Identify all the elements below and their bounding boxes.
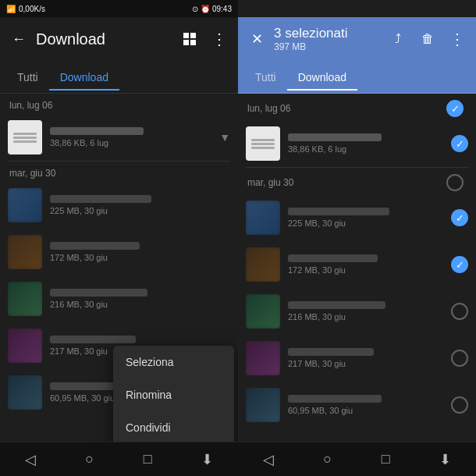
left-panel: 📶 0,00K/s ⊙ ⏰ 09:43 ← Download ⋮ Tutti D… bbox=[0, 0, 238, 476]
right-panel: 📶 0,00K/s ⊙ ⏰ 09:43 ✕ 3 selezionati 397 … bbox=[238, 0, 476, 476]
file-item-video3[interactable]: 216 MB, 30 giu bbox=[0, 275, 238, 322]
file-info-video1: 225 MB, 30 giu bbox=[50, 195, 230, 215]
file-name-v4-right bbox=[288, 348, 374, 356]
section-date-lun: lun, lug 06 bbox=[247, 103, 290, 114]
file-check-v4[interactable] bbox=[451, 350, 468, 367]
file-check-v3[interactable] bbox=[451, 303, 468, 320]
more-button-right[interactable]: ⋮ bbox=[445, 27, 470, 52]
file-check-v5[interactable] bbox=[451, 396, 468, 414]
section-header-mar-right: mar, giu 30 bbox=[238, 168, 476, 194]
file-info-v4-right: 217 MB, 30 giu bbox=[288, 348, 443, 368]
video1-thumbnail bbox=[8, 188, 42, 222]
file-name-video4 bbox=[50, 336, 136, 343]
right-toolbar: ✕ 3 selezionati 397 MB ⤴ 🗑 ⋮ bbox=[238, 17, 476, 61]
file-info-video3: 216 MB, 30 giu bbox=[50, 289, 230, 309]
doc-line-r2 bbox=[251, 143, 275, 145]
file-item-v4-right[interactable]: 217 MB, 30 giu bbox=[238, 335, 476, 382]
delete-button[interactable]: 🗑 bbox=[415, 27, 440, 52]
tab-tutti-left[interactable]: Tutti bbox=[6, 65, 49, 90]
nav-down-right[interactable]: ⬇ bbox=[439, 451, 451, 468]
share-button[interactable]: ⤴ bbox=[385, 27, 410, 52]
v1-thumb-right bbox=[246, 201, 280, 235]
video2-inner bbox=[8, 235, 42, 269]
nav-home-left[interactable]: ○ bbox=[85, 451, 94, 467]
video4-thumbnail bbox=[8, 329, 42, 363]
svg-rect-1 bbox=[190, 33, 196, 38]
video3-thumbnail bbox=[8, 282, 42, 316]
signal-icon: 📶 bbox=[6, 5, 16, 13]
section-header-lun: lun, lug 06 bbox=[0, 94, 238, 114]
close-selection-button[interactable]: ✕ bbox=[244, 27, 269, 52]
menu-item-rinomina[interactable]: Rinomina bbox=[113, 378, 234, 411]
tab-tutti-right[interactable]: Tutti bbox=[244, 65, 287, 90]
nav-recent-left[interactable]: □ bbox=[144, 451, 152, 467]
page-title: Download bbox=[36, 30, 172, 48]
v1-inner-right bbox=[246, 201, 280, 235]
left-nav-bar: ◁ ○ □ ⬇ bbox=[0, 442, 238, 476]
grid-view-button[interactable] bbox=[177, 27, 202, 52]
scroll-indicator-doc: ▼ bbox=[219, 131, 230, 144]
speed-text: 0,00K/s bbox=[19, 5, 45, 13]
tab-download-right[interactable]: Download bbox=[287, 65, 357, 90]
context-menu: Seleziona Rinomina Condividi Apri con Ba… bbox=[113, 346, 234, 442]
back-button[interactable]: ← bbox=[6, 27, 31, 52]
file-meta-doc-right: 38,86 KB, 6 lug bbox=[288, 144, 443, 154]
nav-back-right[interactable]: ◁ bbox=[263, 451, 274, 468]
file-name-v2-right bbox=[288, 254, 378, 262]
v5-thumb-right bbox=[246, 388, 280, 422]
svg-rect-2 bbox=[183, 40, 189, 45]
nav-back-left[interactable]: ◁ bbox=[25, 451, 36, 468]
doc-line-2 bbox=[13, 137, 37, 139]
section-check-lun[interactable] bbox=[446, 100, 464, 117]
right-tabs: Tutti Download bbox=[238, 61, 476, 94]
notification-icons: ⊙ ⏰ bbox=[192, 5, 210, 13]
file-name-doc bbox=[50, 127, 144, 135]
section-check-mar[interactable] bbox=[446, 174, 464, 191]
file-item-v5-right[interactable]: 60,95 MB, 30 giu bbox=[238, 382, 476, 428]
video1-inner bbox=[8, 188, 42, 222]
file-item-v1-right[interactable]: 225 MB, 30 giu bbox=[238, 194, 476, 241]
selected-size: 397 MB bbox=[274, 41, 381, 52]
status-bar-left: 📶 0,00K/s ⊙ ⏰ 09:43 bbox=[0, 0, 238, 17]
file-item-v3-right[interactable]: 216 MB, 30 giu bbox=[238, 288, 476, 335]
file-name-v5-right bbox=[288, 395, 382, 403]
video2-thumbnail bbox=[8, 235, 42, 269]
file-item-doc[interactable]: 38,86 KB, 6 lug ▼ bbox=[0, 114, 238, 161]
doc-thumbnail-right bbox=[246, 126, 280, 161]
file-meta-v2-right: 172 MB, 30 giu bbox=[288, 265, 443, 275]
file-info-v3-right: 216 MB, 30 giu bbox=[288, 301, 443, 321]
file-name-video3 bbox=[50, 289, 147, 297]
file-item-doc-right[interactable]: 38,86 KB, 6 lug bbox=[238, 120, 476, 167]
more-options-button[interactable]: ⋮ bbox=[207, 27, 232, 52]
doc-line-r3 bbox=[251, 147, 275, 149]
file-name-v1-right bbox=[288, 208, 389, 215]
file-info-video2: 172 MB, 30 giu bbox=[50, 242, 230, 262]
file-name-v3-right bbox=[288, 301, 385, 309]
time-text: 09:43 bbox=[212, 5, 232, 13]
file-meta-doc: 38,86 KB, 6 lug bbox=[50, 138, 211, 147]
status-bar-left-info: 📶 0,00K/s bbox=[6, 5, 45, 13]
doc-thumbnail bbox=[8, 120, 42, 155]
file-check-v2[interactable] bbox=[451, 256, 468, 273]
file-name-video1 bbox=[50, 195, 151, 203]
tab-download-left[interactable]: Download bbox=[49, 65, 119, 90]
file-item-video1[interactable]: 225 MB, 30 giu bbox=[0, 182, 238, 229]
file-item-video2[interactable]: 172 MB, 30 giu bbox=[0, 229, 238, 275]
file-meta-video3: 216 MB, 30 giu bbox=[50, 300, 230, 309]
selected-count: 3 selezionati bbox=[274, 26, 381, 41]
file-check-doc[interactable] bbox=[451, 135, 468, 152]
nav-home-right[interactable]: ○ bbox=[323, 451, 332, 467]
file-check-v1[interactable] bbox=[451, 209, 468, 226]
menu-item-condividi[interactable]: Condividi bbox=[113, 411, 234, 442]
menu-item-seleziona[interactable]: Seleziona bbox=[113, 346, 234, 378]
selection-info: 3 selezionati 397 MB bbox=[274, 26, 381, 52]
nav-recent-right[interactable]: □ bbox=[382, 451, 390, 467]
svg-rect-0 bbox=[183, 33, 189, 38]
section-header-lun-right: lun, lug 06 bbox=[238, 94, 476, 120]
file-item-v2-right[interactable]: 172 MB, 30 giu bbox=[238, 241, 476, 288]
left-tabs: Tutti Download bbox=[0, 61, 238, 94]
video5-inner bbox=[8, 375, 42, 410]
file-info-v5-right: 60,95 MB, 30 giu bbox=[288, 395, 443, 415]
nav-down-left[interactable]: ⬇ bbox=[201, 451, 213, 468]
video4-inner bbox=[8, 329, 42, 363]
